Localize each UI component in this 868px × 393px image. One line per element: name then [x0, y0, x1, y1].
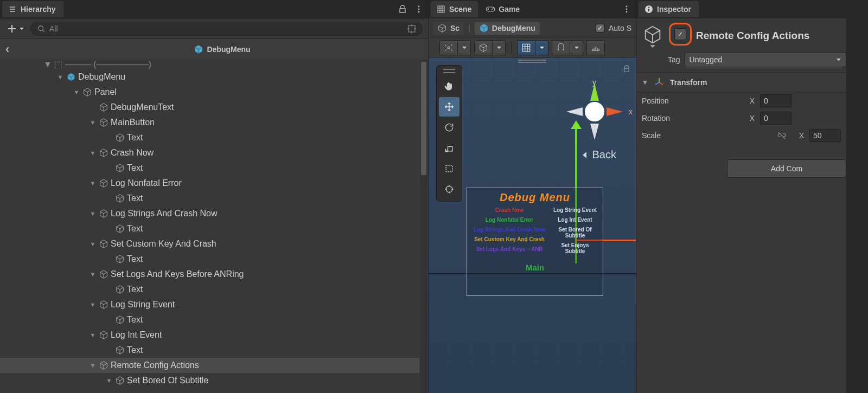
- foldout-arrow-icon[interactable]: [89, 180, 97, 186]
- auto-label: Auto S: [609, 24, 631, 33]
- inspector-tab[interactable]: Inspector: [639, 1, 699, 17]
- hierarchy-tree[interactable]: ▼ ⬚ ——— (——————)DebugMenuPanelDebugMenuT…: [0, 60, 419, 393]
- list-item[interactable]: Panel: [0, 85, 419, 100]
- overlay-handle-icon[interactable]: [518, 60, 546, 63]
- hierarchy-tab[interactable]: Hierarchy: [2, 1, 63, 17]
- cube-icon: [99, 360, 108, 370]
- list-item[interactable]: Text: [0, 343, 419, 358]
- add-button[interactable]: [5, 22, 26, 35]
- lock-icon[interactable]: [623, 65, 630, 73]
- chevron-down-icon[interactable]: [570, 40, 583, 55]
- search-input[interactable]: [49, 24, 404, 33]
- foldout-arrow-icon[interactable]: [89, 210, 97, 217]
- snap-increment-button[interactable]: [586, 40, 605, 55]
- list-item[interactable]: Set Custom Key And Crash: [0, 236, 419, 252]
- list-item[interactable]: Remote Config Actions: [0, 358, 419, 373]
- snap-button[interactable]: [552, 40, 570, 55]
- back-label: Back: [580, 149, 616, 161]
- foldout-arrow-icon[interactable]: [56, 74, 64, 80]
- chevron-down-icon[interactable]: [458, 40, 471, 55]
- list-item[interactable]: Log Int Event: [0, 327, 419, 343]
- rect-tool[interactable]: [439, 159, 459, 178]
- scene-crumb-current[interactable]: DebugMenu: [475, 22, 540, 35]
- grid-toggle-button[interactable]: [517, 40, 535, 55]
- position-row: Position X 0: [636, 92, 846, 109]
- list-item[interactable]: Text: [0, 191, 419, 206]
- rotation-x-input[interactable]: 0: [760, 112, 792, 125]
- scene-crumb-root[interactable]: Sc: [433, 22, 464, 35]
- list-item[interactable]: Crash Now: [0, 145, 419, 160]
- chevron-down-icon[interactable]: [535, 40, 548, 55]
- draw-mode-button[interactable]: [439, 40, 458, 55]
- list-item-label: Text: [127, 345, 143, 355]
- transform-component-header[interactable]: ▼ Transform: [636, 73, 846, 92]
- list-item[interactable]: Log String Event: [0, 297, 419, 312]
- move-tool[interactable]: [439, 97, 459, 117]
- tag-select[interactable]: Untagged: [685, 52, 846, 67]
- list-item[interactable]: Log Nonfatal Error: [0, 176, 419, 191]
- list-item[interactable]: Text: [0, 312, 419, 327]
- hand-tool[interactable]: [439, 76, 459, 96]
- back-arrow-icon: [580, 150, 590, 160]
- rotation-label: Rotation: [642, 114, 739, 123]
- gameobject-icon[interactable]: [641, 23, 665, 47]
- list-item[interactable]: DebugMenuText: [0, 100, 419, 115]
- list-item[interactable]: Set Bored Of Subtitle: [0, 373, 419, 388]
- foldout-arrow-icon[interactable]: [89, 119, 97, 126]
- lock-icon[interactable]: [395, 2, 410, 16]
- list-item[interactable]: Text: [0, 130, 419, 145]
- transform-tool[interactable]: [439, 179, 459, 199]
- link-icon[interactable]: [777, 131, 787, 140]
- scrollbar[interactable]: [420, 61, 427, 393]
- svg-point-0: [418, 6, 420, 8]
- cube-icon: [115, 285, 125, 294]
- scale-x-input[interactable]: 50: [809, 129, 841, 142]
- tab-scene[interactable]: Scene: [431, 1, 478, 17]
- list-item-label: Log Strings And Crash Now: [111, 209, 218, 218]
- shading-button[interactable]: [474, 40, 493, 55]
- list-item[interactable]: Text: [0, 282, 419, 297]
- foldout-arrow-icon[interactable]: [105, 377, 113, 384]
- search-field[interactable]: [30, 22, 423, 36]
- foldout-arrow-icon[interactable]: [89, 241, 97, 247]
- list-item[interactable]: MainButton: [0, 115, 419, 130]
- list-item[interactable]: Set Logs And Keys Before ANRing: [0, 267, 419, 282]
- add-component-button[interactable]: Add Com: [727, 159, 846, 178]
- separator: |: [468, 24, 470, 33]
- gameobject-name[interactable]: Remote Config Actions: [696, 30, 809, 42]
- scene-viewport[interactable]: y x Back Debug Menu Crash NowLog Nonfata…: [429, 57, 636, 393]
- scale-row: Scale X 50: [636, 127, 846, 144]
- auto-checkbox[interactable]: [596, 24, 604, 33]
- svg-point-2: [418, 11, 420, 13]
- foldout-arrow-icon[interactable]: [73, 89, 80, 95]
- position-x-input[interactable]: 0: [760, 94, 792, 107]
- list-item[interactable]: Text: [0, 160, 419, 176]
- rotate-tool[interactable]: [439, 118, 459, 137]
- cube-icon: [115, 133, 125, 143]
- foldout-arrow-icon[interactable]: [89, 271, 97, 278]
- list-item[interactable]: ▼ ⬚ ——— (——————): [0, 60, 419, 69]
- list-item[interactable]: Log Strings And Crash Now: [0, 206, 419, 221]
- list-item[interactable]: DebugMenu: [0, 69, 419, 85]
- list-item[interactable]: Text: [0, 221, 419, 236]
- foldout-arrow-icon[interactable]: [89, 362, 97, 369]
- list-item-label: Text: [127, 133, 143, 143]
- axis-gizmo[interactable]: y x: [562, 79, 627, 144]
- hierarchy-panel: Hierarchy: [0, 0, 429, 393]
- list-item[interactable]: Text: [0, 252, 419, 267]
- chevron-down-icon[interactable]: [493, 40, 506, 55]
- foldout-arrow-icon[interactable]: [89, 301, 97, 308]
- svg-point-9: [626, 6, 628, 8]
- target-icon[interactable]: [407, 24, 417, 34]
- foldout-arrow-icon[interactable]: [89, 332, 97, 338]
- back-button[interactable]: ‹: [5, 42, 16, 56]
- tab-game[interactable]: Game: [480, 1, 526, 17]
- list-item-label: Panel: [94, 87, 117, 97]
- active-checkbox[interactable]: [669, 23, 692, 46]
- list-item-label: Crash Now: [111, 148, 154, 158]
- kebab-icon[interactable]: [620, 2, 634, 16]
- drag-handle-icon[interactable]: [443, 69, 455, 73]
- kebab-icon[interactable]: [412, 2, 426, 16]
- foldout-arrow-icon[interactable]: [89, 150, 97, 156]
- scale-tool[interactable]: [439, 138, 459, 158]
